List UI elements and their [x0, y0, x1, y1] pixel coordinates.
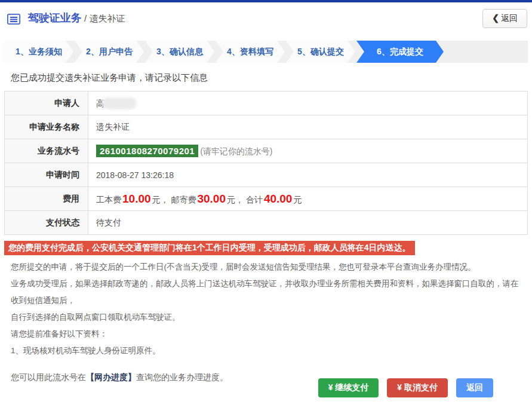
- table-row-pay-status: 支付状态 待支付: [5, 211, 528, 235]
- page-header: 驾驶证业务 / 遗失补证 ❮返回: [0, 2, 532, 36]
- step-bar-filler: [445, 41, 528, 63]
- fee-value: 工本费10.00元， 邮寄费30.00元， 合计40.00元: [88, 187, 528, 211]
- applicant-value: 高: [88, 91, 528, 115]
- breadcrumb-separator: /: [84, 13, 87, 23]
- step-wizard: 1、业务须知 2、用户申告 3、确认信息 4、资料填写 5、确认提交 6、完成提…: [4, 41, 528, 63]
- notice-paragraph: 请您提前准备好以下资料：: [11, 326, 521, 342]
- fee-part-name: 工本费: [96, 195, 121, 204]
- serial-label: 业务流水号: [5, 139, 88, 163]
- table-row-fee: 费用 工本费10.00元， 邮寄费30.00元， 合计40.00元: [5, 187, 528, 211]
- fee-part-suffix: 元，: [152, 195, 169, 204]
- apply-time-value: 2018-08-27 13:26:18: [88, 163, 528, 187]
- fee-label: 费用: [5, 187, 88, 211]
- license-list-icon: [7, 14, 20, 27]
- fee-part-suffix: 元: [293, 195, 302, 204]
- notice-paragraph: 您所提交的申请，将于提交后的一个工作日(不含当天)受理，届时会发送短信告知受理结…: [11, 259, 521, 276]
- footer-back-button[interactable]: 返回: [456, 378, 493, 397]
- page: 驾驶证业务 / 遗失补证 ❮返回 1、业务须知 2、用户申告 3、确认信息 4、…: [0, 0, 532, 407]
- notice-paragraph: 业务成功受理后，如果选择邮政寄递的，邮政人员将上门送达机动车驾驶证，并收取办理业…: [11, 276, 521, 309]
- success-message: 您已成功提交遗失补证业务申请，请记录以下信息: [11, 72, 532, 84]
- pay-status-label: 支付状态: [5, 211, 88, 235]
- table-row-applicant: 申请人 高: [5, 91, 528, 115]
- apply-time-label: 申请时间: [5, 163, 88, 187]
- payment-notice-banner: 您的费用支付完成后，公安机关交通管理部门将在1个工作日内受理，受理成功后，邮政人…: [4, 241, 415, 255]
- step-1-business-notice[interactable]: 1、业务须知: [4, 41, 73, 63]
- table-row-service-name: 申请业务名称 遗失补证: [5, 115, 528, 139]
- pay-status-value: 待支付: [88, 211, 528, 235]
- step-5-confirm-submit[interactable]: 5、确认提交: [286, 41, 355, 63]
- service-name-value: 遗失补证: [88, 115, 528, 139]
- serial-number-badge: 261001808270079201: [96, 145, 198, 157]
- step-6-complete-submit[interactable]: 6、完成提交: [356, 41, 444, 63]
- notice-paragraph: 1、现场核对机动车驾驶人身份证明原件。: [11, 342, 521, 359]
- footer-actions: ¥ 继续支付 ¥ 取消支付 返回: [318, 378, 493, 397]
- breadcrumb-current: 遗失补证: [90, 13, 125, 23]
- applicant-label: 申请人: [5, 91, 88, 115]
- fee-part-name: 邮寄费: [171, 195, 196, 204]
- redacted-name-blur: [102, 97, 137, 109]
- chevron-left-icon: ❮: [492, 13, 499, 23]
- step-2-user-declaration[interactable]: 2、用户申告: [75, 41, 144, 63]
- serial-note: (请牢记你的流水号): [200, 146, 272, 156]
- notice-paragraph: 自行到选择的自取网点窗口领取机动车驾驶证。: [11, 309, 521, 326]
- table-row-apply-time: 申请时间 2018-08-27 13:26:18: [5, 163, 528, 187]
- fee-part-amount: 10.00: [122, 192, 151, 205]
- table-row-serial: 业务流水号 261001808270079201(请牢记你的流水号): [5, 139, 528, 163]
- application-info-table: 申请人 高 申请业务名称 遗失补证 业务流水号 2610018082700792…: [4, 91, 528, 235]
- page-title: 驾驶证业务: [27, 12, 81, 24]
- fee-part-name: 合计: [246, 195, 263, 204]
- fee-part-amount: 40.00: [264, 192, 293, 205]
- fee-part-amount: 30.00: [197, 192, 226, 205]
- serial-value: 261001808270079201(请牢记你的流水号): [88, 139, 528, 163]
- progress-hint-prefix: 您可以用此流水号在: [11, 372, 86, 382]
- step-4-fill-data[interactable]: 4、资料填写: [216, 41, 285, 63]
- progress-hint-suffix: 查询您的业务办理进度。: [136, 372, 228, 382]
- progress-hint-highlight: 【网办进度】: [86, 372, 136, 382]
- step-3-confirm-info[interactable]: 3、确认信息: [145, 41, 214, 63]
- service-name-label: 申请业务名称: [5, 115, 88, 139]
- continue-pay-button[interactable]: ¥ 继续支付: [318, 378, 379, 397]
- header-back-button[interactable]: ❮返回: [482, 9, 527, 28]
- fee-part-suffix: 元，: [227, 195, 244, 204]
- cancel-pay-button[interactable]: ¥ 取消支付: [387, 378, 448, 397]
- header-back-label: 返回: [501, 13, 518, 23]
- notice-paragraphs: 您所提交的申请，将于提交后的一个工作日(不含当天)受理，届时会发送短信告知受理结…: [11, 259, 521, 359]
